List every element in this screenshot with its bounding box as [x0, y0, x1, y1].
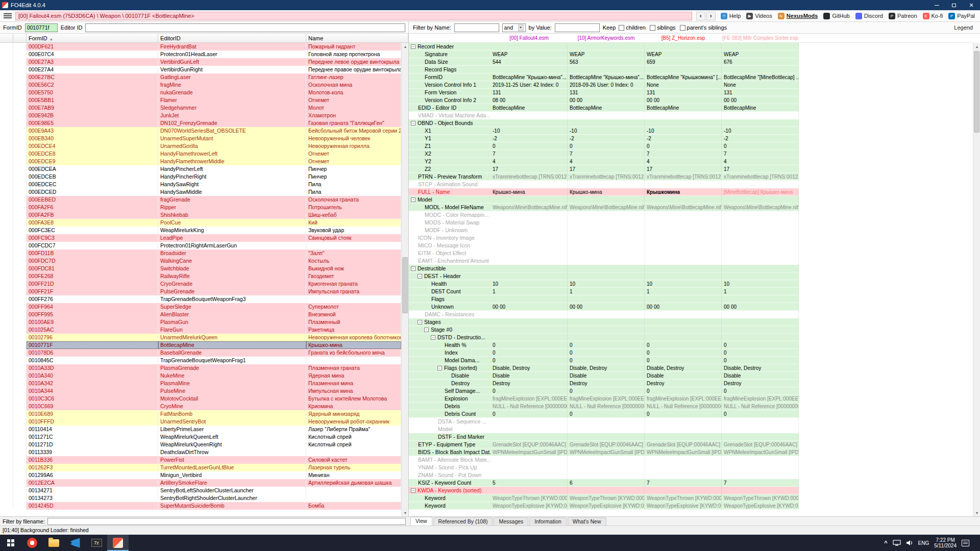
taskbar-app-explorer[interactable]: [43, 535, 64, 551]
table-row[interactable]: 000E942BJunkJetХламотрон: [0, 112, 401, 119]
help-link[interactable]: ?Help: [721, 13, 741, 19]
table-row[interactable]: 0014245DSuperMutantSuiciderBombБомба: [0, 502, 401, 510]
action-center-icon[interactable]: [962, 540, 969, 546]
tree-row[interactable]: STCP - Animation Sound: [409, 181, 973, 188]
tree-row[interactable]: Version Control Info 208 0000 0000 0000 …: [409, 96, 973, 104]
table-row[interactable]: 0010E689FatManBombЯдерный минизаряд: [0, 410, 401, 418]
table-row[interactable]: 000E7AB9SledgehammerМолот: [0, 104, 401, 112]
plugin-column-header[interactable]: [10] ArmorKeywords.esm: [568, 35, 645, 41]
tree-row[interactable]: Record Flags: [409, 66, 973, 73]
column-header-editorid[interactable]: EditorID: [158, 34, 306, 42]
table-row[interactable]: 00113339DeathclawDirtThrow: [0, 448, 401, 456]
table-row[interactable]: 000E27A4VertibirdGunRightПереднее правое…: [0, 66, 401, 73]
table-row[interactable]: 000FC9C3LeadPipeСвинцовый стояк: [0, 234, 401, 242]
tree-row[interactable]: DisableDisableDisableDisableDisable: [409, 372, 973, 380]
collapse-icon[interactable]: -: [411, 44, 415, 49]
tree-row[interactable]: Model Dama...0000: [409, 357, 973, 364]
tree-row[interactable]: MODC - Color Remappin...: [409, 211, 973, 219]
table-row[interactable]: 001078D6BaseballGrenadeГраната из бейсбо…: [0, 349, 401, 357]
table-row[interactable]: 000FCDC7Protectron01RightArmLaserGun: [0, 242, 401, 249]
tab-view[interactable]: View: [410, 517, 432, 525]
table-row[interactable]: 0010C3C6MolotovCocktailБутылка с коктейл…: [0, 395, 401, 403]
table-row[interactable]: 0010A340NukeMineЯдерная мина: [0, 372, 401, 380]
taskbar-app-fo4edit[interactable]: [107, 535, 129, 551]
nexusmods-link[interactable]: NNexusMods: [778, 13, 818, 19]
table-row[interactable]: 0010FFFDUnarmedSentryBotНевооруженный ро…: [0, 418, 401, 425]
table-row[interactable]: 000FA2FBShishkebabШиш-кебаб: [0, 211, 401, 219]
table-row[interactable]: 000FD11BBroadsider"Залп": [0, 249, 401, 257]
table-row[interactable]: 00102796UnarmedMirelurkQueenНевооруженна…: [0, 334, 401, 341]
table-row[interactable]: 0010845CTrapGrenadeBouquetWeaponFrag1: [0, 357, 401, 364]
plugin-column-header[interactable]: [FE 083] M8r Complex Sorter.esp: [722, 35, 799, 41]
forward-button[interactable]: [706, 12, 716, 20]
table-row[interactable]: 0010A344PulseMineИмпульсная мина: [0, 387, 401, 395]
filename-filter-input[interactable]: [47, 518, 406, 525]
tree-row[interactable]: DAMC - Resistances: [409, 311, 973, 318]
taskbar-app-7zip[interactable]: [86, 535, 107, 551]
tree-row[interactable]: Self Damage...0000: [409, 387, 973, 395]
tree-row[interactable]: -Model: [409, 196, 973, 204]
table-row[interactable]: 000EDCECHandySawRightПила: [0, 181, 401, 188]
collapse-icon[interactable]: -: [431, 335, 435, 340]
tree-row[interactable]: Health %0000: [409, 341, 973, 349]
back-button[interactable]: [696, 12, 705, 20]
table-row[interactable]: 0011271CWeapMirelurkQueenLeftКислотный с…: [0, 433, 401, 441]
taskbar-app-browser[interactable]: [21, 535, 43, 551]
tree-row[interactable]: VMAD - Virtual Machine Ada...: [409, 112, 973, 119]
collapse-icon[interactable]: -: [424, 328, 429, 332]
collapse-icon[interactable]: -: [411, 121, 415, 126]
table-row[interactable]: 000E98E5DN102_FrenzyGrenadeГазовая грана…: [0, 119, 401, 127]
tree-row[interactable]: -DEST - Header: [409, 272, 973, 280]
view-scrollbar[interactable]: [973, 43, 980, 516]
filter-name-input[interactable]: [454, 23, 499, 32]
taskbar-app-vscode[interactable]: [64, 535, 86, 551]
network-icon[interactable]: [893, 540, 901, 546]
scroll-up-icon[interactable]: [402, 43, 409, 50]
clock[interactable]: 7:22 PM 5/11/2024: [934, 537, 957, 548]
table-row[interactable]: 00134271SentryBotLeftShoulderClusterLaun…: [0, 487, 401, 494]
tree-row[interactable]: ETYP - Equipment TypeGrenadeSlot [EQUP:0…: [409, 441, 973, 448]
editorid-input[interactable]: [85, 23, 405, 32]
plugin-column-header[interactable]: [B5] Z_Horizon.esp: [645, 35, 722, 41]
tree-row[interactable]: DSTA - Sequence ...: [409, 418, 973, 425]
table-row[interactable]: 000EB340UnarmedSuperMutantНевооруженный …: [0, 135, 401, 142]
tree-row[interactable]: Version Control Info 12019-11-25 User: 4…: [409, 81, 973, 89]
table-row[interactable]: 0011B336PowerFistСиловой кастет: [0, 456, 401, 464]
table-row[interactable]: 000EDCE9HandyFlamethrowerMiddleОгнемет: [0, 158, 401, 165]
videos-link[interactable]: ▶Videos: [746, 13, 772, 19]
language-indicator[interactable]: ENG: [918, 540, 929, 546]
column-header-name[interactable]: Name: [306, 34, 408, 42]
tree-row[interactable]: -Stages: [409, 318, 973, 326]
collapse-icon[interactable]: -: [437, 366, 442, 370]
table-row[interactable]: 001262F3TurretMountedLaserGunLtBlueЛазер…: [0, 464, 401, 471]
table-row[interactable]: 000FA3E8PoolCueКий: [0, 219, 401, 227]
tree-row[interactable]: -KWDA - Keywords (sorted): [409, 487, 973, 494]
tree-row[interactable]: X27777: [409, 150, 973, 158]
tree-row[interactable]: Health10101010: [409, 280, 973, 288]
hidden-icons-button[interactable]: [884, 540, 887, 546]
table-row[interactable]: 000E27A3VertibirdGunLeftПереднее левое о…: [0, 58, 401, 66]
checkbox-parent-s-siblings[interactable]: parent's siblings: [680, 24, 727, 31]
table-row[interactable]: 000FF995AlienBlasterВнеземной: [0, 311, 401, 318]
table-row[interactable]: 000FC3ECWeapMirelurkKingЗвуковой удар: [0, 227, 401, 234]
tree-row[interactable]: EITM - Object Effect: [409, 249, 973, 257]
table-row[interactable]: 00100AE9PlasmaGunПлазменный: [0, 318, 401, 326]
tree-row[interactable]: -DSTD - Destructio...: [409, 334, 973, 341]
tree-row[interactable]: FormIDBottlecapMine "Крышко-мина"...Bott…: [409, 73, 973, 81]
tree-row[interactable]: KeywordWeaponTypeExplosive [KYWD:00...We…: [409, 502, 973, 510]
tab-information[interactable]: Information: [529, 517, 567, 525]
tree-row[interactable]: -Destructible: [409, 265, 973, 272]
tree-row[interactable]: Y24444: [409, 158, 973, 165]
tree-row[interactable]: Z217171717: [409, 165, 973, 173]
tab-what-s-new[interactable]: What's New: [568, 517, 606, 525]
table-row[interactable]: 000EDCE4UnarmedGorillaНевооруженная гори…: [0, 142, 401, 150]
tree-row[interactable]: KeywordWeaponTypeThrown [KYWD:000...Weap…: [409, 494, 973, 502]
scroll-up-icon[interactable]: [973, 43, 980, 50]
plugin-column-header[interactable]: [00] Fallout4.esm: [491, 35, 568, 41]
filter-operator-select[interactable]: and: [502, 23, 526, 32]
patreon-link[interactable]: PPatreon: [889, 13, 917, 19]
table-row[interactable]: 0012E2CAArtillerySmokeFlareАртиллерийска…: [0, 479, 401, 487]
table-row[interactable]: 000FDC7DWalkingCaneКостыль: [0, 257, 401, 265]
tree-row[interactable]: DebrisNULL - Null Reference [00000000]NU…: [409, 403, 973, 410]
table-row[interactable]: 000E07C4Protectron01HeadLaserГоловной ла…: [0, 51, 401, 58]
